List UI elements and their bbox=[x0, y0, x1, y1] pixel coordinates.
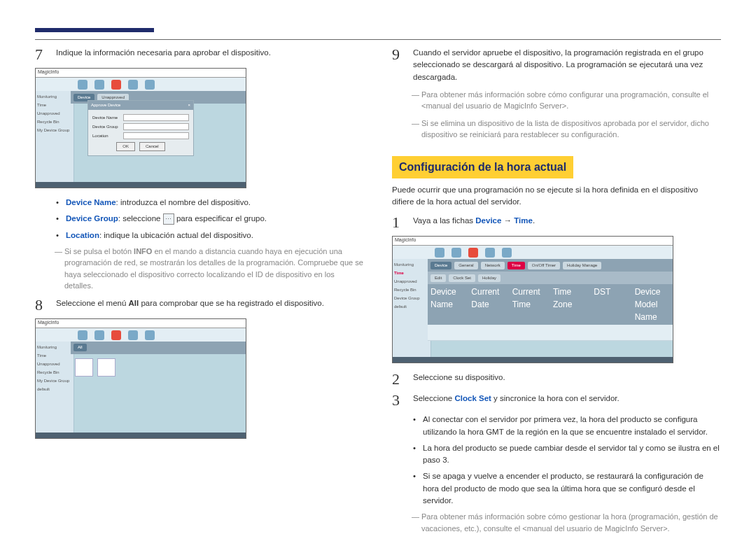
setting-icon bbox=[502, 248, 512, 258]
screenshot-time-tab: MagicInfo Monitoring Time Unapproved Rec… bbox=[392, 236, 673, 363]
user-icon bbox=[128, 330, 138, 340]
ss-tabs: Device General Network Time On/Off Timer… bbox=[428, 259, 673, 272]
sidebar-item: Device Group bbox=[394, 295, 429, 302]
table-row bbox=[428, 325, 673, 341]
device-name-input bbox=[123, 114, 189, 121]
sidebar-item: Monitoring bbox=[37, 94, 72, 100]
step-2: 2 Seleccione su dispositivo. bbox=[392, 372, 721, 387]
sidebar-item: Recycle Bin bbox=[394, 287, 429, 293]
content-icon bbox=[78, 330, 88, 340]
text: para comprobar que se ha registrado el d… bbox=[139, 299, 324, 307]
step-9: 9 Cuando el servidor apruebe el disposit… bbox=[392, 47, 721, 83]
left-column: 7 Indique la información necesaria para … bbox=[35, 47, 364, 534]
step-1: 1 Vaya a las fichas Device → Time. bbox=[392, 215, 721, 230]
text: : indique la ubicación actual del dispos… bbox=[99, 231, 253, 239]
text: . bbox=[533, 216, 535, 225]
sidebar-item: My Device Group bbox=[37, 127, 72, 134]
screenshot-approve-dialog: MagicInfo Monitoring Time Unapproved Rec… bbox=[35, 68, 246, 188]
group-picker-icon: ⋯ bbox=[163, 213, 174, 225]
right-column: 9 Cuando el servidor apruebe el disposit… bbox=[392, 47, 721, 534]
section-title: Configuración de la hora actual bbox=[392, 156, 573, 178]
step-text: Seleccione Clock Set y sincronice la hor… bbox=[413, 393, 721, 408]
screenshot-all-menu: MagicInfo Monitoring Time Unapproved Rec… bbox=[35, 318, 246, 439]
field-label: Location bbox=[92, 133, 120, 139]
ss-brand: MagicInfo bbox=[36, 319, 246, 328]
setting-icon bbox=[145, 330, 155, 340]
accent-block bbox=[35, 28, 154, 32]
step-text: Cuando el servidor apruebe el dispositiv… bbox=[413, 47, 721, 83]
holiday-button: Holiday bbox=[478, 274, 500, 282]
tab: Device bbox=[430, 262, 451, 269]
device-icon bbox=[468, 248, 478, 258]
ss-toolbar bbox=[36, 328, 246, 342]
ok-button: OK bbox=[116, 142, 135, 151]
ss-footer bbox=[36, 433, 246, 438]
device-icon bbox=[111, 330, 121, 340]
user-icon bbox=[128, 80, 138, 90]
setting-icon bbox=[145, 80, 155, 90]
sidebar-item: Unapproved bbox=[37, 111, 72, 117]
step7-bullets: Device Name: introduzca el nombre del di… bbox=[56, 197, 364, 241]
sidebar-item: Monitoring bbox=[37, 344, 72, 351]
ss-footer bbox=[393, 357, 673, 363]
step-text: Seleccione su dispositivo. bbox=[413, 372, 721, 387]
device-tiles bbox=[71, 354, 246, 381]
text: : introduzca el nombre del dispositivo. bbox=[116, 198, 251, 206]
step3-bullets: Al conectar con el servidor por primera … bbox=[413, 414, 721, 507]
schedule-icon bbox=[94, 330, 104, 340]
bold: All bbox=[129, 299, 139, 307]
th: Current Date bbox=[468, 284, 509, 325]
content-icon bbox=[435, 248, 444, 258]
th: DST bbox=[591, 284, 631, 325]
field-label: Device Group bbox=[92, 124, 120, 130]
list-item: Device Name: introduzca el nombre del di… bbox=[56, 197, 364, 209]
step-number: 9 bbox=[392, 47, 405, 83]
edit-button: Edit bbox=[430, 274, 446, 282]
step-text: Indique la información necesaria para ap… bbox=[56, 47, 364, 62]
step-8: 8 Seleccione el menú All para comprobar … bbox=[35, 297, 364, 313]
arrow: → bbox=[501, 216, 514, 225]
sidebar-item: Unapproved bbox=[394, 279, 429, 285]
ss-brand: MagicInfo bbox=[393, 237, 673, 246]
ss-toolbar bbox=[393, 246, 673, 260]
term: Clock Set bbox=[454, 394, 491, 402]
top-rule bbox=[35, 39, 721, 40]
step-number: 7 bbox=[35, 47, 48, 62]
list-item: Al conectar con el servidor por primera … bbox=[413, 414, 721, 438]
sidebar-item: default bbox=[37, 386, 72, 393]
tab: General bbox=[454, 262, 477, 269]
text: Seleccione el menú bbox=[56, 299, 129, 307]
approve-dialog: Approve Device × Device Name Device Grou… bbox=[88, 100, 194, 156]
schedule-icon bbox=[451, 248, 461, 258]
tab-time: Time bbox=[507, 262, 525, 269]
step-3: 3 Seleccione Clock Set y sincronice la h… bbox=[392, 393, 721, 408]
device-icon bbox=[111, 80, 121, 90]
ss-footer bbox=[36, 182, 246, 188]
term: Device bbox=[475, 216, 501, 225]
ss-toolbar bbox=[36, 78, 246, 92]
ss-subbar: All bbox=[71, 342, 246, 354]
step-number: 8 bbox=[35, 297, 48, 313]
close-icon: × bbox=[188, 102, 190, 108]
section-intro: Puede ocurrir que una programación no se… bbox=[392, 184, 721, 209]
sidebar-item: Time bbox=[37, 353, 72, 359]
list-item: La hora del producto se puede cambiar de… bbox=[413, 442, 721, 467]
tab: On/Off Timer bbox=[528, 262, 560, 269]
sidebar-item: Time bbox=[37, 102, 72, 108]
device-tile bbox=[75, 358, 93, 377]
text: y sincronice la hora con el servidor. bbox=[491, 394, 620, 402]
list-item: Location: indique la ubicación actual de… bbox=[56, 230, 364, 241]
text: Vaya a las fichas bbox=[413, 216, 475, 225]
step-text: Vaya a las fichas Device → Time. bbox=[413, 215, 721, 230]
sidebar-item: Recycle Bin bbox=[37, 370, 72, 376]
ss-sidebar: Monitoring Time Unapproved Recycle Bin M… bbox=[36, 342, 74, 438]
th: Time Zone bbox=[550, 284, 591, 325]
list-item: Device Group: seleccione ⋯ para especifi… bbox=[56, 213, 364, 225]
sidebar-item: Monitoring bbox=[394, 262, 429, 268]
device-group-input bbox=[123, 123, 189, 130]
dialog-title: Approve Device bbox=[91, 102, 120, 108]
term: Location bbox=[66, 231, 99, 239]
sidebar-item: My Device Group bbox=[37, 378, 72, 384]
text: para especificar el grupo. bbox=[174, 214, 267, 223]
sidebar-item: Recycle Bin bbox=[37, 119, 72, 125]
